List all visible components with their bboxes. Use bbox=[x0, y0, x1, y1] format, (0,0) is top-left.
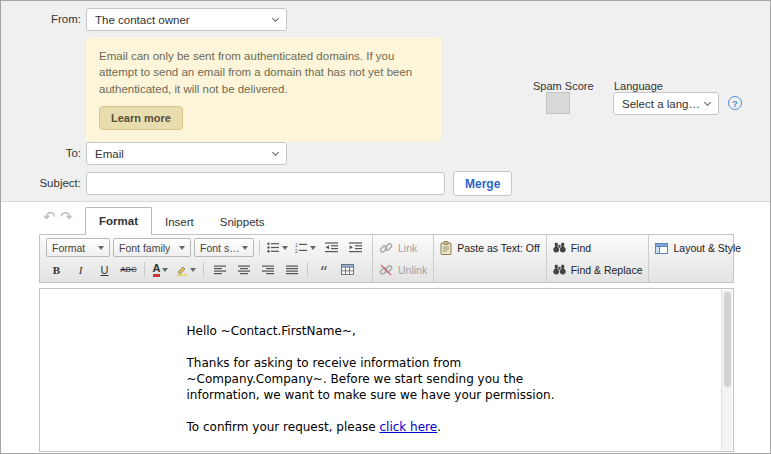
align-left-icon bbox=[214, 265, 226, 275]
email-document[interactable]: Hello ~Contact.FirstName~, Thanks for as… bbox=[187, 323, 587, 454]
bullet-list-icon bbox=[267, 242, 280, 253]
toolbar-row-2: B I U ABC A bbox=[46, 260, 366, 279]
outdent-button[interactable] bbox=[321, 238, 342, 257]
unlink-label: Unlink bbox=[398, 264, 427, 276]
binoculars-icon bbox=[553, 264, 566, 275]
find-button[interactable]: Find bbox=[553, 238, 643, 257]
font-size-select[interactable]: Font size bbox=[194, 238, 254, 257]
toolbar-group-layout: Layout & Style bbox=[649, 235, 747, 282]
toolbar-separator bbox=[259, 240, 260, 255]
merge-button[interactable]: Merge bbox=[453, 171, 512, 196]
layout-style-button[interactable]: Layout & Style bbox=[655, 238, 741, 258]
font-family-select-label: Font family bbox=[119, 242, 170, 254]
email-body-editor: ↶ ↷ Format Insert Snippets Format Font f… bbox=[1, 202, 770, 453]
spam-score-label: Spam Score bbox=[533, 80, 594, 92]
toolbar-separator bbox=[307, 262, 308, 277]
indent-icon bbox=[349, 242, 362, 253]
indent-button[interactable] bbox=[345, 238, 366, 257]
toolbar-separator bbox=[203, 262, 204, 277]
tab-snippets-label: Snippets bbox=[220, 216, 265, 228]
layout-style-label: Layout & Style bbox=[673, 242, 741, 254]
bullet-list-button[interactable] bbox=[265, 238, 290, 257]
font-family-select[interactable]: Font family bbox=[113, 238, 191, 257]
numbered-list-icon: 12 bbox=[295, 242, 308, 253]
toolbar-row-1: Format Font family Font size bbox=[46, 238, 366, 257]
paste-as-text-label: Paste as Text: Off bbox=[457, 242, 540, 254]
to-select[interactable]: Email bbox=[86, 142, 287, 165]
align-center-icon bbox=[238, 265, 250, 275]
tab-snippets[interactable]: Snippets bbox=[207, 209, 278, 235]
from-select[interactable]: The contact owner bbox=[86, 8, 287, 31]
align-justify-button[interactable] bbox=[281, 260, 302, 279]
language-select-value: Select a language... bbox=[622, 98, 705, 110]
email-settings-panel: From: The contact owner Email can only b… bbox=[1, 1, 770, 202]
scrollbar-thumb[interactable] bbox=[724, 292, 731, 387]
strikethrough-button[interactable]: ABC bbox=[118, 260, 139, 279]
to-select-value: Email bbox=[95, 148, 124, 160]
vertical-scrollbar[interactable] bbox=[721, 290, 732, 450]
confirm-text-prefix: To confirm your request, please bbox=[187, 420, 380, 434]
chevron-down-icon bbox=[179, 246, 185, 250]
binoculars-icon bbox=[553, 242, 566, 253]
chevron-down-icon bbox=[704, 98, 711, 105]
authentication-warning: Email can only be sent from authenticate… bbox=[86, 37, 442, 142]
language-select[interactable]: Select a language... bbox=[613, 92, 719, 115]
chevron-down-icon bbox=[98, 246, 104, 250]
click-here-link[interactable]: click here bbox=[379, 420, 437, 434]
paragraph-format-select[interactable]: Format bbox=[46, 238, 110, 257]
toolbar-group-links: Link Unlink bbox=[373, 235, 434, 282]
from-label: From: bbox=[9, 13, 81, 25]
align-left-button[interactable] bbox=[209, 260, 230, 279]
table-icon bbox=[341, 264, 354, 275]
find-replace-button[interactable]: Find & Replace bbox=[553, 260, 643, 279]
insert-table-button[interactable] bbox=[337, 260, 358, 279]
toolbar-separator bbox=[144, 262, 145, 277]
highlight-color-button[interactable] bbox=[174, 260, 198, 279]
tab-insert-label: Insert bbox=[165, 216, 194, 228]
align-justify-icon bbox=[286, 265, 298, 275]
link-button[interactable]: Link bbox=[379, 238, 427, 257]
layout-icon bbox=[655, 243, 668, 254]
toolbar-group-paste: Paste as Text: Off bbox=[434, 235, 547, 282]
unlink-button[interactable]: Unlink bbox=[379, 260, 427, 279]
to-label: To: bbox=[9, 147, 81, 159]
subject-input[interactable] bbox=[86, 172, 445, 195]
paste-as-text-button[interactable]: Paste as Text: Off bbox=[440, 238, 540, 258]
chevron-down-icon bbox=[272, 148, 279, 155]
email-builder-window: From: The contact owner Email can only b… bbox=[0, 0, 771, 454]
align-center-button[interactable] bbox=[233, 260, 254, 279]
redo-icon[interactable]: ↷ bbox=[60, 208, 73, 226]
tab-format-label: Format bbox=[99, 215, 138, 227]
warning-text: Email can only be sent from authenticate… bbox=[99, 48, 429, 97]
editor-tabs: Format Insert Snippets bbox=[85, 207, 278, 235]
bold-button[interactable]: B bbox=[46, 260, 67, 279]
font-color-button[interactable]: A bbox=[150, 260, 171, 279]
blockquote-button[interactable]: “ bbox=[313, 260, 334, 279]
undo-icon[interactable]: ↶ bbox=[43, 208, 56, 226]
svg-text:2: 2 bbox=[295, 248, 298, 253]
tab-format[interactable]: Format bbox=[85, 207, 152, 235]
align-right-icon bbox=[262, 265, 274, 275]
clipboard-icon bbox=[440, 241, 452, 255]
tab-insert[interactable]: Insert bbox=[152, 209, 207, 235]
italic-button[interactable]: I bbox=[70, 260, 91, 279]
help-icon[interactable]: ? bbox=[728, 96, 742, 110]
numbered-list-button[interactable]: 12 bbox=[293, 238, 318, 257]
paragraph-format-select-label: Format bbox=[52, 242, 85, 254]
font-color-icon: A bbox=[153, 263, 161, 277]
italic-label: I bbox=[79, 264, 83, 276]
language-label: Language bbox=[614, 80, 663, 92]
chevron-down-icon bbox=[310, 246, 316, 250]
underline-button[interactable]: U bbox=[94, 260, 115, 279]
blockquote-icon: “ bbox=[319, 263, 327, 277]
chevron-down-icon bbox=[272, 14, 279, 21]
link-label: Link bbox=[398, 242, 417, 254]
learn-more-button[interactable]: Learn more bbox=[99, 106, 183, 130]
find-label: Find bbox=[571, 242, 591, 254]
align-right-button[interactable] bbox=[257, 260, 278, 279]
outdent-icon bbox=[325, 242, 338, 253]
chevron-down-icon bbox=[162, 268, 168, 272]
email-greeting: Hello ~Contact.FirstName~, bbox=[187, 323, 587, 339]
find-replace-label: Find & Replace bbox=[571, 264, 643, 276]
subject-label: Subject: bbox=[9, 177, 81, 189]
